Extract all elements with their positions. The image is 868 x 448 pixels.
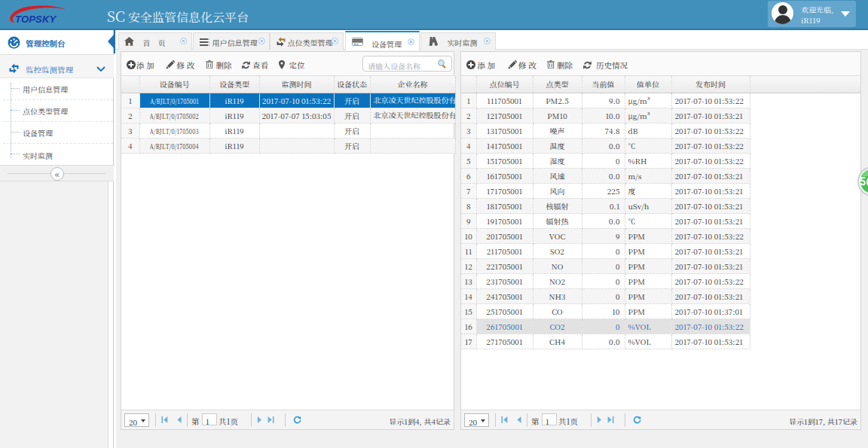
svg-text:TOPSKY: TOPSKY bbox=[15, 14, 57, 25]
